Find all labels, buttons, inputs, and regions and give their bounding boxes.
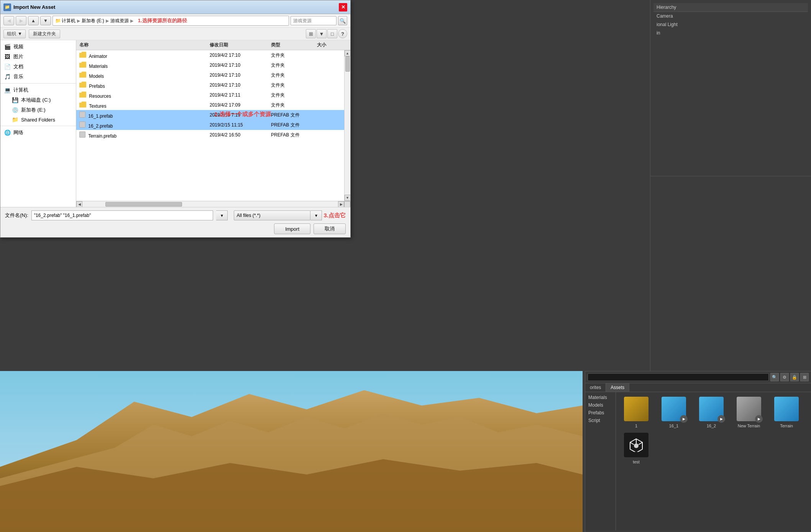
nav-item-computer[interactable]: 💻 计算机 <box>0 85 76 95</box>
col-header-type[interactable]: 类型 <box>271 42 317 48</box>
music-icon: 🎵 <box>3 74 11 80</box>
filetype-dropdown-btn[interactable]: ▼ <box>310 210 322 220</box>
vertical-scrollbar[interactable]: ▲ ▼ <box>344 50 350 201</box>
file-row-terrain-prefab[interactable]: Terrain.prefab 2019/4/2 16:50 PREFAB 文件 <box>76 130 344 140</box>
assets-sidebar-models[interactable]: Models <box>585 401 616 409</box>
asset-label-new-terrain: New Terrain <box>738 424 760 428</box>
close-button[interactable]: ✕ <box>339 3 347 11</box>
file-list: Animator 2019/4/2 17:10 文件夹 Materials 20… <box>76 50 344 201</box>
nav-item-new-volume[interactable]: 💿 新加卷 (E:) <box>0 105 76 115</box>
asset-item-16-1[interactable]: ▶ 16_1 <box>657 395 691 428</box>
file-row-animator[interactable]: Animator 2019/4/2 17:10 文件夹 <box>76 50 344 60</box>
play-badge-16-2: ▶ <box>717 415 725 423</box>
file-list-area: 名称 修改日期 类型 大小 Animator 2019/4/2 17:10 文件… <box>76 40 350 207</box>
assets-sidebar-materials[interactable]: Materials <box>585 394 616 401</box>
scroll-left-arrow[interactable]: ◀ <box>76 201 82 207</box>
view-dropdown-button[interactable]: ▼ <box>317 29 327 38</box>
scroll-down-arrow[interactable]: ▼ <box>345 195 351 201</box>
hierarchy-panel: Hierarchy Camera ional Light in <box>650 0 811 176</box>
dialog-body: 🎬 视频 🖼 图片 📄 文档 🎵 音乐 💻 计算机 💾 本 <box>0 40 350 207</box>
search-input[interactable] <box>291 16 337 25</box>
file-row-prefabs[interactable]: Prefabs 2019/4/2 17:10 文件夹 <box>76 80 344 90</box>
filename-input[interactable] <box>31 210 213 220</box>
cancel-button[interactable]: 取消 <box>314 223 346 234</box>
nav-item-network[interactable]: 🌐 网络 <box>0 128 76 138</box>
back-button[interactable]: ◀ <box>3 16 14 25</box>
forward-button[interactable]: ▶ <box>16 16 26 25</box>
assets-search-btn[interactable]: 🔍 <box>770 373 779 381</box>
breadcrumb-computer[interactable]: 📁 计算机 <box>55 18 76 24</box>
nav-item-pictures[interactable]: 🖼 图片 <box>0 52 76 62</box>
h-scroll-track[interactable] <box>82 202 338 207</box>
preview-toggle-button[interactable]: □ <box>327 29 337 38</box>
nav-item-shared-folders[interactable]: 📁 Shared Folders <box>0 115 76 124</box>
new-folder-button[interactable]: 新建文件夹 <box>29 30 60 38</box>
col-header-size[interactable]: 大小 <box>317 42 340 48</box>
col-header-date[interactable]: 修改日期 <box>210 42 271 48</box>
asset-item-16-2[interactable]: ▶ 16_2 <box>694 395 729 428</box>
gold-texture-icon <box>624 397 648 421</box>
folder-icon-sm: 📁 <box>55 18 61 23</box>
file-row-16-2[interactable]: 16_2.prefab 2019/2/15 11:15 PREFAB 文件 <box>76 120 344 130</box>
scroll-up-arrow[interactable]: ▲ <box>345 50 351 56</box>
file-row-resources[interactable]: Resources 2019/4/2 17:11 文件夹 <box>76 90 344 100</box>
scroll-track[interactable] <box>345 56 350 195</box>
assets-sidebar-prefabs[interactable]: Prefabs <box>585 409 616 417</box>
filetype-display: All files (*.*) <box>234 210 310 220</box>
view-details-button[interactable]: ⊞ <box>306 29 316 38</box>
computer-icon: 💻 <box>3 87 11 93</box>
asset-icon-16-1: ▶ <box>660 395 688 423</box>
asset-item-test[interactable]: test <box>619 431 653 464</box>
nav-item-local-disk[interactable]: 💾 本地磁盘 (C:) <box>0 95 76 105</box>
tab-assets[interactable]: Assets <box>606 383 629 392</box>
assets-filter-btn[interactable]: ⚙ <box>780 373 789 381</box>
nav-item-music[interactable]: 🎵 音乐 <box>0 72 76 82</box>
breadcrumb-gameresources[interactable]: 游戏资源 <box>110 18 129 24</box>
terrain-viewport <box>0 371 583 532</box>
file-row-models[interactable]: Models 2019/4/2 17:10 文件夹 <box>76 70 344 80</box>
titlebar-icon: 📁 <box>3 3 11 11</box>
file-row-16-1[interactable]: 16_1.prefab 2019/2/15 7:19 PREFAB 文件 2.选… <box>76 110 344 120</box>
scroll-right-arrow[interactable]: ▶ <box>338 201 344 207</box>
file-list-header: 名称 修改日期 类型 大小 <box>76 40 350 50</box>
organize-button[interactable]: 组织 ▼ <box>3 30 26 38</box>
assets-expand-btn[interactable]: ⊞ <box>800 373 809 381</box>
search-button[interactable]: 🔍 <box>338 16 347 25</box>
asset-item-1[interactable]: 1 <box>619 395 653 428</box>
assets-search-input[interactable] <box>588 373 769 381</box>
nav-tree: 🎬 视频 🖼 图片 📄 文档 🎵 音乐 💻 计算机 💾 本 <box>0 40 76 207</box>
file-row-textures[interactable]: Textures 2019/4/2 17:09 文件夹 <box>76 100 344 110</box>
up-button[interactable]: ▲ <box>28 16 39 25</box>
nav-divider-2 <box>0 126 76 126</box>
help-button[interactable]: ? <box>338 29 347 38</box>
asset-item-new-terrain[interactable]: ▶ New Terrain <box>732 395 766 428</box>
tab-favorites[interactable]: orites <box>585 383 606 392</box>
hierarchy-title: Hierarchy <box>653 3 808 12</box>
assets-tabs: orites Assets <box>585 383 811 392</box>
organize-bar: 组织 ▼ 新建文件夹 ⊞ ▼ □ ? <box>0 28 350 40</box>
file-row-materials[interactable]: Materials 2019/4/2 17:10 文件夹 <box>76 60 344 70</box>
dialog-titlebar: 📁 Import New Asset ✕ <box>0 0 350 14</box>
video-icon: 🎬 <box>3 44 11 50</box>
nav-item-documents[interactable]: 📄 文档 <box>0 62 76 72</box>
recent-button[interactable]: ▼ <box>40 16 51 25</box>
assets-lock-btn[interactable]: 🔒 <box>790 373 799 381</box>
svg-line-6 <box>630 442 634 445</box>
assets-panel: 🔍 ⚙ 🔒 ⊞ orites Assets Materials Models P… <box>585 371 811 532</box>
filename-row: 文件名(N): ▼ All files (*.*) ▼ 3.点击它 <box>5 210 346 220</box>
breadcrumb-drive[interactable]: 新加卷 (E:) <box>82 18 104 24</box>
col-header-name[interactable]: 名称 <box>79 42 210 48</box>
asset-icon-new-terrain: ▶ <box>735 395 763 423</box>
blue-cube-icon-terrain <box>774 397 799 421</box>
scroll-thumb[interactable] <box>345 56 350 72</box>
breadcrumb-bar: 📁 计算机 ▶ 新加卷 (E:) ▶ 游戏资源 ▶ 1.选择资源所在的路径 <box>53 16 289 26</box>
asset-item-terrain[interactable]: Terrain <box>769 395 804 428</box>
horizontal-scrollbar[interactable]: ◀ ▶ <box>76 201 350 207</box>
assets-sidebar-script[interactable]: Script <box>585 417 616 424</box>
view-buttons: ⊞ ▼ □ ? <box>306 29 347 38</box>
nav-item-video[interactable]: 🎬 视频 <box>0 42 76 52</box>
h-scroll-thumb[interactable] <box>105 202 182 207</box>
import-button[interactable]: Import <box>274 223 310 234</box>
grey-cube-icon-new-terrain: ▶ <box>737 397 761 421</box>
filename-dropdown-btn[interactable]: ▼ <box>216 210 228 220</box>
